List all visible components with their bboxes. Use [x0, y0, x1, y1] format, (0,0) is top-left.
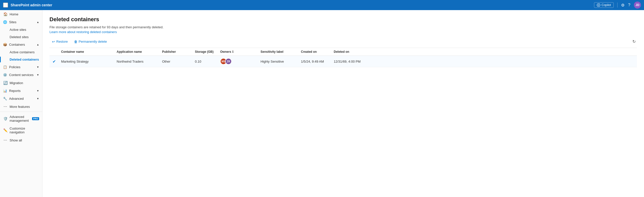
policies-icon: 📋 — [3, 65, 7, 69]
sidebar-section-advanced[interactable]: 🔧 Advanced ▼ — [0, 95, 42, 103]
row-storage: 0.10 — [192, 56, 218, 67]
selected-check-icon: ✔ — [53, 59, 56, 64]
sidebar-sub-active-sites[interactable]: Active sites — [0, 26, 42, 33]
show-all-icon: ⋯ — [3, 138, 8, 142]
row-select[interactable]: ✔ — [49, 56, 59, 67]
toolbar-right: ↻ — [631, 38, 637, 45]
refresh-button[interactable]: ↻ — [631, 38, 637, 45]
restore-button[interactable]: ↩ Restore — [49, 38, 70, 45]
topbar-right: Copilot ⚙ ? JD — [594, 2, 641, 9]
app-title: SharePoint admin center — [11, 3, 591, 7]
sidebar-section-policies[interactable]: 📋 Policies ▼ — [0, 63, 42, 71]
table-row[interactable]: ✔ Marketing Strategy Northwind Traders O… — [49, 56, 637, 67]
more-features-icon: ⋯ — [3, 105, 8, 109]
col-publisher: Publisher — [160, 48, 192, 56]
svg-rect-0 — [4, 3, 5, 4]
sidebar-item-advanced-management[interactable]: 🛡️ Advanced management PRO — [0, 113, 42, 125]
reports-icon: 📊 — [3, 89, 7, 93]
sidebar-item-show-all[interactable]: ⋯ Show all — [0, 136, 42, 144]
advanced-icon: 🔧 — [3, 97, 7, 101]
svg-rect-4 — [5, 5, 6, 6]
layout: 🏠 Home 🌐 Sites ▲ Active sites Deleted si… — [0, 10, 644, 197]
owner-avatar-zr: ZR — [225, 58, 232, 65]
topbar: SharePoint admin center Copilot ⚙ ? JD — [0, 0, 644, 10]
row-created-on: 1/5/24, 9:49 AM — [298, 56, 331, 67]
sidebar-item-migration[interactable]: 🔄 Migration — [0, 79, 42, 87]
copilot-button[interactable]: Copilot — [594, 2, 614, 8]
row-publisher: Other — [160, 56, 192, 67]
info-text: File storage containers are retained for… — [49, 25, 637, 29]
sidebar-sub-active-containers[interactable]: Active containers — [0, 48, 42, 56]
sidebar-section-content-services[interactable]: ⚙️ Content services ▼ — [0, 71, 42, 79]
col-sensitivity: Sensitivity label — [258, 48, 298, 56]
sidebar-section-containers[interactable]: 📦 Containers ▲ — [0, 41, 42, 48]
row-container-name: Marketing Strategy — [59, 56, 114, 67]
col-deleted-on: Deleted on — [331, 48, 364, 56]
svg-rect-1 — [5, 3, 6, 4]
col-storage: Storage (GB) — [192, 48, 218, 56]
avatar[interactable]: JD — [634, 2, 641, 9]
svg-rect-2 — [6, 3, 7, 4]
sidebar-sub-deleted-sites[interactable]: Deleted sites — [0, 33, 42, 41]
reports-chevron: ▼ — [37, 89, 39, 92]
topbar-divider — [617, 3, 617, 8]
table: Container name Application name Publishe… — [49, 48, 637, 67]
sidebar-item-home[interactable]: 🏠 Home — [0, 10, 42, 18]
advanced-management-icon: 🛡️ — [3, 117, 8, 121]
delete-icon: 🗑 — [74, 40, 78, 44]
customize-icon: ✏️ — [3, 128, 8, 132]
toolbar: ↩ Restore 🗑 Permanently delete ↻ — [49, 38, 637, 45]
sidebar-sub-deleted-containers[interactable]: Deleted containers — [0, 56, 42, 63]
owners-info-icon[interactable]: ℹ — [232, 50, 234, 54]
sidebar-item-more-features[interactable]: ⋯ More features — [0, 103, 42, 111]
help-icon[interactable]: ? — [628, 3, 630, 7]
permanently-delete-button[interactable]: 🗑 Permanently delete — [71, 38, 110, 45]
main-content: Deleted containers File storage containe… — [42, 10, 644, 197]
svg-rect-7 — [5, 6, 6, 7]
advanced-chevron: ▼ — [37, 97, 39, 100]
policies-chevron: ▼ — [37, 66, 39, 68]
col-created-on: Created on — [298, 48, 331, 56]
svg-rect-6 — [4, 6, 5, 7]
restore-icon: ↩ — [52, 40, 55, 44]
migration-icon: 🔄 — [3, 81, 8, 85]
sites-icon: 🌐 — [3, 20, 7, 24]
sidebar-section-sites[interactable]: 🌐 Sites ▲ — [0, 18, 42, 26]
table-header: Container name Application name Publishe… — [49, 48, 637, 56]
content-services-chevron: ▼ — [37, 73, 39, 76]
col-application-name: Application name — [114, 48, 160, 56]
grid-icon[interactable] — [3, 3, 8, 8]
learn-more-link[interactable]: Learn more about restoring deleted conta… — [49, 30, 117, 34]
col-container-name: Container name — [59, 48, 114, 56]
home-icon: 🏠 — [3, 12, 8, 16]
row-owners: MS ZR — [218, 56, 258, 67]
owner-avatars: MS ZR — [220, 58, 232, 65]
containers-chevron: ▲ — [37, 43, 39, 46]
sidebar-section-reports[interactable]: 📊 Reports ▼ — [0, 87, 42, 95]
sites-chevron: ▲ — [37, 21, 39, 23]
settings-icon[interactable]: ⚙ — [621, 3, 625, 8]
col-select — [49, 48, 59, 56]
svg-rect-8 — [6, 6, 7, 7]
row-deleted-on: 12/31/69, 4:00 PM — [331, 56, 364, 67]
svg-rect-3 — [4, 5, 5, 6]
sidebar: 🏠 Home 🌐 Sites ▲ Active sites Deleted si… — [0, 10, 42, 197]
svg-rect-5 — [6, 5, 7, 6]
pro-badge: PRO — [32, 117, 39, 120]
containers-icon: 📦 — [3, 43, 7, 46]
sidebar-item-customize-navigation[interactable]: ✏️ Customize navigation — [0, 125, 42, 136]
col-owners: Owners ℹ — [218, 48, 258, 56]
row-sensitivity: Highly Sensitive — [258, 56, 298, 67]
sidebar-divider-1 — [0, 112, 42, 112]
page-title: Deleted containers — [49, 16, 637, 23]
row-application-name: Northwind Traders — [114, 56, 160, 67]
content-services-icon: ⚙️ — [3, 73, 7, 77]
